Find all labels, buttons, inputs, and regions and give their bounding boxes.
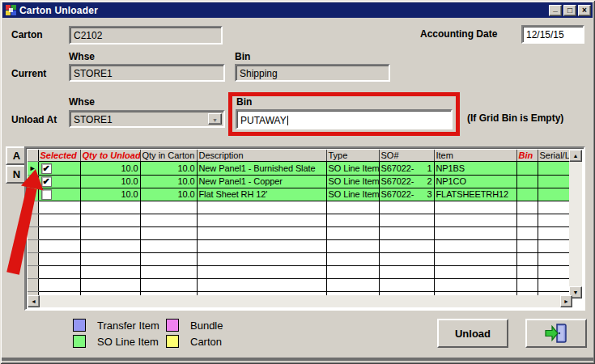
grid-cell-so[interactable]: S67022-1 [379,161,434,175]
grid-cell-type[interactable] [326,201,379,214]
grid-cell-serial[interactable] [538,201,572,214]
grid-cell-description[interactable] [197,252,326,265]
grid-cell-qty_to_unload[interactable] [80,239,140,252]
grid-cell-description[interactable]: New Panel1 - Copper [197,175,326,188]
grid-header-qty_in_carton[interactable]: Qty in Carton [140,150,197,161]
grid-cell-so[interactable] [379,214,434,226]
grid-cell-type[interactable] [326,278,379,291]
grid-cell-type[interactable] [326,252,379,265]
grid-cell-description[interactable] [197,226,326,239]
grid-cell-bin[interactable] [516,175,538,188]
grid-cell-so[interactable] [379,201,434,214]
grid-header-selected[interactable]: Selected [38,150,80,161]
grid-cell-item[interactable] [434,265,516,278]
unload-whse-combo[interactable]: STORE1 ▼ [69,110,225,128]
grid-cell-qty-in-carton[interactable]: 10.0 [140,161,197,175]
grid-cell-so[interactable]: S67022-3 [379,188,434,201]
maximize-button[interactable]: □ [563,5,576,16]
grid-cell-item[interactable] [434,226,516,239]
horizontal-scrollbar[interactable]: ◄ ► [28,295,572,307]
grid-cell-qty_in_carton[interactable] [140,252,197,265]
grid-cell-bin[interactable] [516,226,538,239]
grid-cell-selected[interactable]: ✔ [38,175,80,188]
row-checkbox-unchecked[interactable] [41,189,52,200]
grid-cell-item[interactable]: NP1CO [434,175,516,188]
grid-header-description[interactable]: Description [197,150,326,161]
grid-cell-item[interactable] [434,239,516,252]
vertical-scrollbar[interactable]: ▲ ▼ [569,150,582,298]
scroll-up-icon[interactable]: ▲ [569,150,582,162]
grid-cell-type[interactable] [326,265,379,278]
grid-cell-item[interactable] [434,278,516,291]
grid-header-qty_to_unload[interactable]: Qty to Unload [80,150,140,161]
grid-cell-description[interactable] [197,265,326,278]
grid-cell-description[interactable] [197,214,326,226]
grid-empty-row[interactable] [28,265,572,278]
grid-cell-selected[interactable] [38,265,80,278]
unload-button[interactable]: Unload [437,319,508,348]
minimize-button[interactable]: _ [549,5,562,16]
grid-cell-selected[interactable] [38,252,80,265]
grid-cell-serial[interactable] [538,278,572,291]
grid-header-serial[interactable]: Serial/Lot [538,150,572,161]
grid-cell-selected[interactable] [38,226,80,239]
grid-data-row[interactable]: ►✔10.010.0New Panel1 - Burnished SlateSO… [28,161,572,175]
grid-cell-qty_in_carton[interactable] [140,239,197,252]
grid-cell-serial[interactable] [538,226,572,239]
grid-empty-row[interactable] [28,201,572,214]
grid-cell-serial[interactable] [538,161,572,175]
grid-cell-type[interactable]: SO Line Items [326,188,379,201]
title-bar[interactable]: Carton Unloader _ □ × [2,2,593,18]
scroll-left-icon[interactable]: ◄ [28,295,40,307]
grid-cell-qty-to-unload[interactable]: 10.0 [80,188,140,201]
grid-empty-row[interactable] [28,252,572,265]
grid-cell-qty-in-carton[interactable]: 10.0 [140,175,197,188]
grid-header-so[interactable]: SO# [379,150,434,161]
grid-cell-bin[interactable] [516,278,538,291]
grid-cell-serial[interactable] [538,252,572,265]
grid-cell-selected[interactable]: ✔ [38,161,80,175]
grid-cell-qty-in-carton[interactable]: 10.0 [140,188,197,201]
grid-header-type[interactable]: Type [326,150,379,161]
grid-cell-so[interactable] [379,252,434,265]
grid-cell-item[interactable]: NP1BS [434,161,516,175]
grid-cell-qty-to-unload[interactable]: 10.0 [80,175,140,188]
close-button[interactable]: × [578,5,591,16]
grid-cell-item[interactable] [434,252,516,265]
grid-empty-row[interactable] [28,214,572,226]
grid-cell-qty_to_unload[interactable] [80,201,140,214]
accounting-date-field[interactable]: 12/15/15 [521,25,584,44]
grid-cell-selected[interactable] [38,188,80,201]
grid-data-row[interactable]: ✔10.010.0New Panel1 - CopperSO Line Item… [28,175,572,188]
grid-cell-item[interactable] [434,214,516,226]
grid-cell-selected[interactable] [38,214,80,226]
grid-cell-description[interactable] [197,201,326,214]
grid-empty-row[interactable] [28,278,572,291]
grid-cell-description[interactable] [197,239,326,252]
grid-cell-bin[interactable] [516,214,538,226]
grid-cell-selected[interactable] [38,278,80,291]
grid-cell-bin[interactable] [516,252,538,265]
grid-cell-so[interactable] [379,239,434,252]
row-checkbox-checked[interactable]: ✔ [41,176,52,187]
grid-cell-item[interactable] [434,201,516,214]
grid-empty-row[interactable] [28,226,572,239]
grid-cell-so[interactable]: S67022-2 [379,175,434,188]
grid-cell-bin[interactable] [516,239,538,252]
grid-cell-type[interactable]: SO Line Items [326,175,379,188]
grid-cell-qty_to_unload[interactable] [80,265,140,278]
grid-cell-qty_to_unload[interactable] [80,226,140,239]
grid-data-row[interactable]: 10.010.0Flat Sheet RH 12'SO Line ItemsS6… [28,188,572,201]
grid-cell-serial[interactable] [538,214,572,226]
grid-cell-bin[interactable] [516,265,538,278]
scroll-right-icon[interactable]: ► [560,295,572,307]
grid-empty-row[interactable] [28,239,572,252]
grid-cell-qty_to_unload[interactable] [80,278,140,291]
grid-cell-qty_to_unload[interactable] [80,214,140,226]
grid-cell-so[interactable] [379,278,434,291]
dropdown-arrow-icon[interactable]: ▼ [208,113,222,125]
grid-cell-selected[interactable] [38,239,80,252]
grid-cell-description[interactable] [197,278,326,291]
grid-cell-type[interactable]: SO Line Items [326,161,379,175]
grid-cell-so[interactable] [379,226,434,239]
